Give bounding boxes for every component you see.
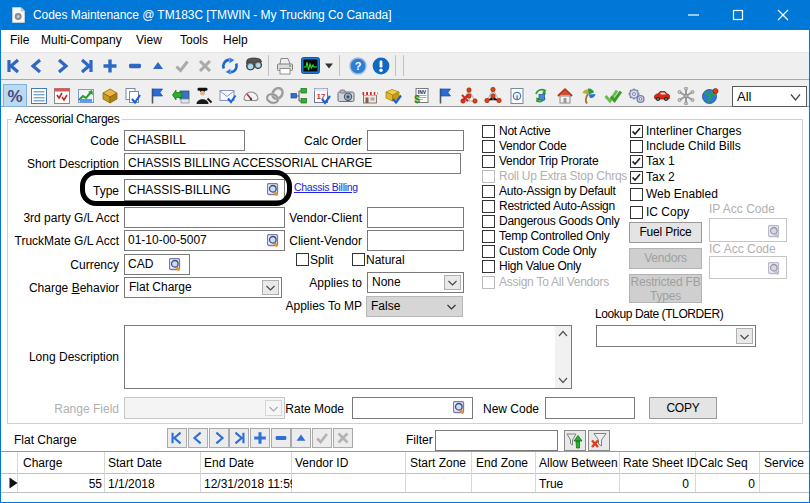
svg-text:?: ? [355, 60, 362, 72]
svg-text:$: $ [414, 94, 420, 105]
svg-text:%: % [7, 87, 22, 105]
svg-text:i: i [516, 93, 518, 101]
